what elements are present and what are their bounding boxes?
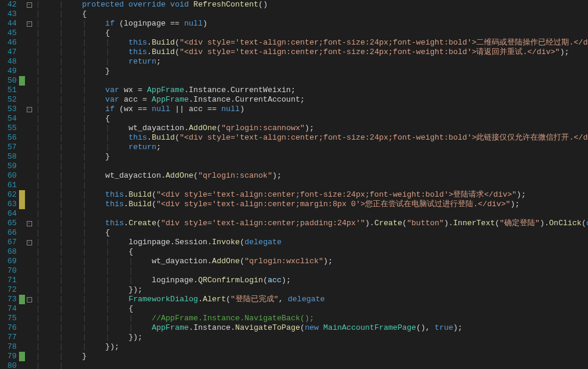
change-marker bbox=[19, 76, 25, 86]
fold-toggle[interactable]: - bbox=[25, 0, 33, 10]
line-number: 55 bbox=[0, 124, 19, 133]
code-line[interactable]: | | | { bbox=[33, 29, 588, 38]
line-number: 65 bbox=[0, 219, 19, 228]
code-line[interactable]: | | | | | bbox=[33, 266, 588, 276]
code-line[interactable]: | | | var wx = AppFrame.Instance.Current… bbox=[33, 86, 588, 95]
fold-toggle bbox=[25, 114, 33, 124]
gutter: 42-4344-454647484950515253-5455565758596… bbox=[0, 0, 33, 369]
code-line[interactable]: | | | | this.Build("<div style='text-ali… bbox=[33, 133, 588, 143]
change-marker bbox=[19, 181, 25, 190]
line-number: 52 bbox=[0, 95, 19, 105]
code-line[interactable]: | | | if (wx == null || acc == null) bbox=[33, 105, 588, 114]
line-number: 58 bbox=[0, 152, 19, 162]
change-marker bbox=[19, 38, 25, 48]
code-area[interactable]: | | protected override void RefreshConte… bbox=[33, 0, 588, 369]
line-number: 78 bbox=[0, 342, 19, 352]
line-number: 69 bbox=[0, 257, 19, 266]
code-line[interactable]: | | | | }); bbox=[33, 285, 588, 295]
code-line[interactable]: | | | | wt_dayaction.AddOne("qrlogin:sca… bbox=[33, 124, 588, 133]
change-marker bbox=[19, 276, 25, 285]
code-line[interactable]: | | { bbox=[33, 10, 588, 19]
fold-toggle[interactable]: - bbox=[25, 19, 33, 29]
code-line[interactable]: | | | }); bbox=[33, 342, 588, 352]
fold-toggle bbox=[25, 95, 33, 105]
line-number: 76 bbox=[0, 323, 19, 333]
code-editor[interactable]: 42-4344-454647484950515253-5455565758596… bbox=[0, 0, 588, 369]
change-marker bbox=[19, 304, 25, 314]
code-line[interactable]: | | | | | AppFrame.Instance.NavigateToPa… bbox=[33, 323, 588, 333]
change-marker bbox=[19, 190, 25, 200]
change-marker bbox=[19, 114, 25, 124]
code-line[interactable]: | | } bbox=[33, 352, 588, 361]
fold-toggle[interactable]: - bbox=[25, 295, 33, 304]
code-line[interactable]: | | | bbox=[33, 162, 588, 171]
fold-toggle bbox=[25, 361, 33, 369]
change-marker bbox=[19, 57, 25, 67]
line-number: 75 bbox=[0, 314, 19, 323]
change-marker bbox=[19, 285, 25, 295]
code-line[interactable]: | | | | this.Build("<div style='text-ali… bbox=[33, 48, 588, 57]
line-number: 44 bbox=[0, 19, 19, 29]
line-number: 45 bbox=[0, 29, 19, 38]
fold-toggle[interactable]: - bbox=[25, 219, 33, 228]
code-line[interactable]: | | | this.Create("div style='text-align… bbox=[33, 219, 588, 228]
change-marker bbox=[19, 105, 25, 114]
change-marker bbox=[19, 257, 25, 266]
code-line[interactable]: | | | | { bbox=[33, 304, 588, 314]
code-line[interactable]: | | | { bbox=[33, 114, 588, 124]
change-marker bbox=[19, 342, 25, 352]
fold-toggle bbox=[25, 143, 33, 152]
code-line[interactable]: | | | if (loginpage == null) bbox=[33, 19, 588, 29]
change-marker bbox=[19, 295, 25, 304]
fold-toggle bbox=[25, 181, 33, 190]
change-marker bbox=[19, 247, 25, 257]
code-line[interactable]: | | bbox=[33, 361, 588, 369]
code-line[interactable]: | | | | }); bbox=[33, 333, 588, 342]
code-line[interactable]: | | | | | loginpage.QRConfirmLogin(acc); bbox=[33, 276, 588, 285]
change-marker bbox=[19, 333, 25, 342]
fold-toggle bbox=[25, 67, 33, 76]
code-line[interactable]: | | | wt_dayaction.AddOne("qrlogin:scano… bbox=[33, 171, 588, 181]
code-line[interactable]: | | | bbox=[33, 76, 588, 86]
change-marker bbox=[19, 67, 25, 76]
change-marker bbox=[19, 323, 25, 333]
code-line[interactable]: | | | { bbox=[33, 228, 588, 238]
line-number: 77 bbox=[0, 333, 19, 342]
code-line[interactable]: | | | this.Build("<div style='text-align… bbox=[33, 190, 588, 200]
code-line[interactable]: | | | | { bbox=[33, 247, 588, 257]
code-line[interactable]: | | | var acc = AppFrame.Instance.Curren… bbox=[33, 95, 588, 105]
fold-toggle[interactable]: - bbox=[25, 105, 33, 114]
code-line[interactable]: | | | } bbox=[33, 67, 588, 76]
change-marker bbox=[19, 162, 25, 171]
change-marker bbox=[19, 133, 25, 143]
fold-toggle bbox=[25, 10, 33, 19]
code-line[interactable]: | | | | | wt_dayaction.AddOne("qrlogin:w… bbox=[33, 257, 588, 266]
code-line[interactable]: | | | | loginpage.Session.Invoke(delegat… bbox=[33, 238, 588, 247]
code-line[interactable]: | | | } bbox=[33, 152, 588, 162]
code-line[interactable]: | | protected override void RefreshConte… bbox=[33, 0, 588, 10]
code-line[interactable]: | | | | | //AppFrame.Instance.NavigateBa… bbox=[33, 314, 588, 323]
code-line[interactable]: | | | | FrameworkDialog.Alert("登陆已完成", d… bbox=[33, 295, 588, 304]
line-number: 49 bbox=[0, 67, 19, 76]
change-marker bbox=[19, 228, 25, 238]
code-line[interactable]: | | | | this.Build("<div style='text-ali… bbox=[33, 38, 588, 48]
line-number: 51 bbox=[0, 86, 19, 95]
fold-toggle bbox=[25, 29, 33, 38]
line-number: 56 bbox=[0, 133, 19, 143]
fold-toggle bbox=[25, 285, 33, 295]
change-marker bbox=[19, 29, 25, 38]
code-line[interactable]: | | | this.Build("<div style='text-align… bbox=[33, 200, 588, 209]
fold-toggle bbox=[25, 247, 33, 257]
fold-toggle bbox=[25, 200, 33, 209]
fold-toggle[interactable]: - bbox=[25, 238, 33, 247]
code-line[interactable]: | | | | return; bbox=[33, 143, 588, 152]
line-number: 71 bbox=[0, 276, 19, 285]
code-line[interactable]: | | | | return; bbox=[33, 57, 588, 67]
line-number: 59 bbox=[0, 162, 19, 171]
fold-toggle bbox=[25, 171, 33, 181]
change-marker bbox=[19, 314, 25, 323]
code-line[interactable]: | | | bbox=[33, 209, 588, 219]
line-number: 47 bbox=[0, 48, 19, 57]
line-number: 70 bbox=[0, 266, 19, 276]
code-line[interactable]: | | | bbox=[33, 181, 588, 190]
